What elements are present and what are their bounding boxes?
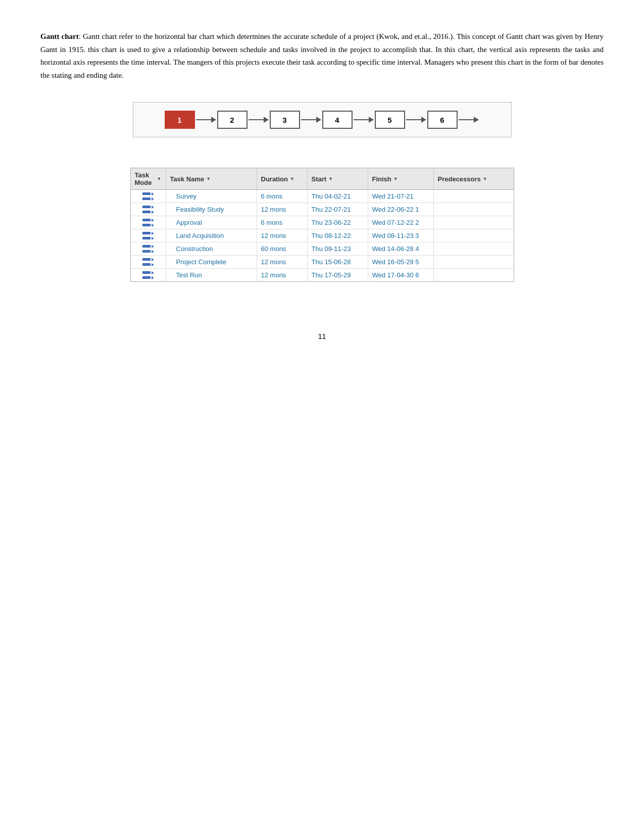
header-task-mode[interactable]: Task Mode ▼ — [131, 168, 166, 189]
icon-arrow-top — [152, 232, 154, 235]
task-icon-bottom — [142, 211, 154, 214]
header-task-name[interactable]: Task Name ▼ — [166, 168, 257, 189]
icon-rect-top — [142, 192, 151, 195]
chevron-down-icon: ▼ — [328, 176, 333, 181]
table-row: Feasibility Study 12 mons Thu 22-07-21 W… — [131, 203, 514, 216]
icon-rect-bottom — [142, 211, 151, 213]
task-name-cell-3: Land Acquisition — [166, 229, 257, 242]
task-mode-icon-4 — [131, 243, 166, 255]
task-start-cell-1: Thu 22-07-21 — [308, 203, 368, 216]
task-start-cell-2: Thu 23-06-22 — [308, 216, 368, 229]
task-finish-cell-0: Wed 21-07-21 — [368, 190, 434, 203]
task-icon-bottom — [142, 276, 154, 279]
flow-diagram: 1 2 3 4 5 6 — [133, 102, 512, 137]
icon-arrow-bottom — [152, 224, 154, 227]
flow-arrow-4-5 — [354, 117, 374, 123]
bold-term: Gantt chart — [40, 32, 79, 40]
chevron-down-icon: ▼ — [483, 176, 487, 181]
flow-arrow-3-4 — [301, 117, 321, 123]
flow-arrow-2-3 — [249, 117, 269, 123]
task-finish-cell-2: Wed 07-12-22 2 — [368, 216, 434, 229]
task-start-cell-4: Thu 09-11-23 — [308, 242, 368, 255]
flow-arrow-trailing — [459, 117, 479, 123]
task-mode-icon-5 — [131, 256, 166, 268]
chevron-down-icon: ▼ — [206, 176, 211, 181]
task-duration-cell-4: 60 mons — [257, 242, 308, 255]
icon-arrow-top — [152, 219, 154, 222]
task-name-cell-1: Feasibility Study — [166, 203, 257, 216]
flow-node-6: 6 — [427, 111, 458, 129]
header-duration[interactable]: Duration ▼ — [257, 168, 308, 189]
icon-rect-bottom — [142, 263, 151, 266]
task-pred-cell-6 — [434, 273, 494, 278]
table-row: Approval 6 mons Thu 23-06-22 Wed 07-12-2… — [131, 216, 514, 229]
task-icon-bottom — [142, 263, 154, 266]
icon-rect-bottom — [142, 198, 151, 200]
task-finish-cell-4: Wed 14-06-28 4 — [368, 242, 434, 255]
task-pred-cell-0 — [434, 194, 494, 199]
task-pred-cell-3 — [434, 233, 494, 238]
chevron-down-icon: ▼ — [393, 176, 398, 181]
task-name-cell-2: Approval — [166, 216, 257, 229]
page-number: 11 — [40, 332, 604, 340]
paragraph-text: : Gantt chart refer to the horizontal ba… — [40, 32, 604, 79]
flow-node-3: 3 — [270, 111, 300, 129]
table-row: Construction 60 mons Thu 09-11-23 Wed 14… — [131, 242, 514, 256]
table-row: Land Acquisition 12 mons Thu 08-12-22 We… — [131, 229, 514, 242]
task-duration-cell-3: 12 mons — [257, 229, 308, 242]
task-duration-cell-2: 6 mons — [257, 216, 308, 229]
task-mode-icon-0 — [131, 190, 166, 203]
task-icon-top — [142, 258, 154, 261]
task-icon-bottom — [142, 237, 154, 240]
icon-arrow-top — [152, 245, 154, 248]
task-start-cell-0: Thu 04-02-21 — [308, 190, 368, 203]
header-predecessors[interactable]: Predecessors ▼ — [434, 168, 494, 189]
task-finish-cell-1: Wed 22-06-22 1 — [368, 203, 434, 216]
flow-node-4: 4 — [322, 111, 353, 129]
body-paragraph: Gantt chart: Gantt chart refer to the ho… — [40, 30, 604, 82]
table-row: Survey 6 mons Thu 04-02-21 Wed 21-07-21 — [131, 190, 514, 203]
header-finish[interactable]: Finish ▼ — [368, 168, 434, 189]
table-row: Project Complete 12 mons Thu 15-06-28 We… — [131, 256, 514, 269]
icon-rect-top — [142, 258, 151, 261]
task-name-cell-6: Test Run — [166, 269, 257, 281]
task-pred-cell-4 — [434, 247, 494, 252]
icon-rect-bottom — [142, 237, 151, 239]
task-name-cell-0: Survey — [166, 190, 257, 203]
flow-node-1: 1 — [165, 111, 195, 129]
icon-arrow-bottom — [152, 211, 154, 214]
icon-rect-bottom — [142, 276, 151, 279]
task-duration-cell-6: 12 mons — [257, 269, 308, 281]
task-icon-bottom — [142, 198, 154, 201]
header-start[interactable]: Start ▼ — [308, 168, 368, 189]
icon-rect-top — [142, 271, 151, 274]
icon-arrow-bottom — [152, 198, 154, 201]
task-start-cell-3: Thu 08-12-22 — [308, 229, 368, 242]
task-duration-cell-0: 6 mons — [257, 190, 308, 203]
flow-arrow-1-2 — [196, 117, 216, 123]
table-row: Test Run 12 mons Thu 17-05-29 Wed 17-04-… — [131, 269, 514, 281]
task-mode-icon-6 — [131, 269, 166, 281]
task-finish-cell-6: Wed 17-04-30 6 — [368, 269, 434, 281]
table-header: Task Mode ▼ Task Name ▼ Duration ▼ Start… — [131, 168, 514, 190]
chevron-down-icon: ▼ — [290, 176, 294, 181]
icon-rect-top — [142, 245, 151, 248]
icon-arrow-bottom — [152, 237, 154, 240]
icon-arrow-top — [152, 271, 154, 274]
task-finish-cell-3: Wed 08-11-23 3 — [368, 229, 434, 242]
flow-arrow-5-6 — [406, 117, 426, 123]
icon-rect-top — [142, 206, 151, 208]
task-icon-bottom — [142, 250, 154, 253]
task-mode-icon-2 — [131, 217, 166, 229]
icon-rect-bottom — [142, 250, 151, 253]
icon-arrow-bottom — [152, 276, 154, 279]
icon-rect-bottom — [142, 224, 151, 226]
task-finish-cell-5: Wed 16-05-29 5 — [368, 256, 434, 268]
flow-node-5: 5 — [375, 111, 405, 129]
chevron-down-icon: ▼ — [157, 176, 162, 181]
task-mode-icon-3 — [131, 230, 166, 242]
task-mode-icon-1 — [131, 204, 166, 216]
task-icon-top — [142, 271, 154, 274]
gantt-table: Task Mode ▼ Task Name ▼ Duration ▼ Start… — [130, 168, 514, 282]
icon-rect-top — [142, 232, 151, 234]
